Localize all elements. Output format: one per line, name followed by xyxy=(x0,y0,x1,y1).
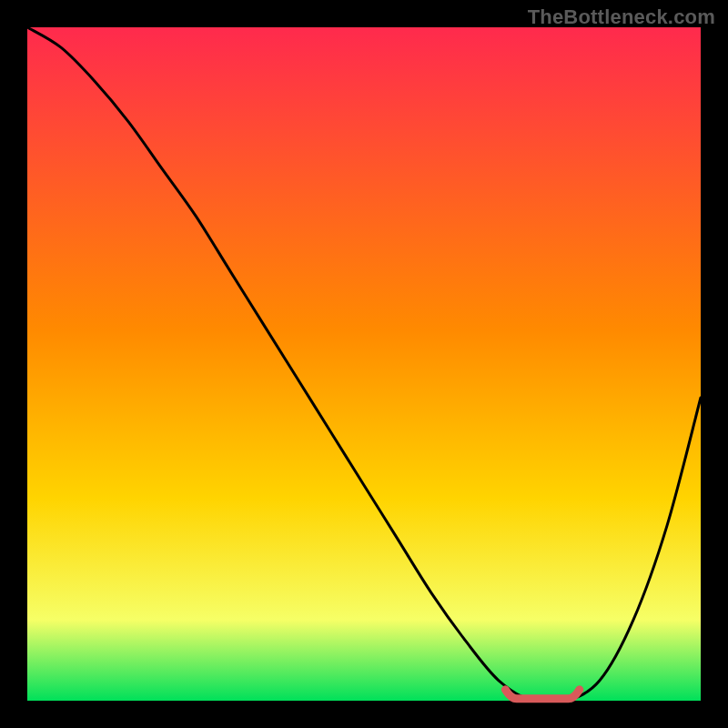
chart-frame: { "watermark": "TheBottleneck.com", "col… xyxy=(0,0,728,728)
bottleneck-chart xyxy=(0,0,728,728)
plot-background xyxy=(27,27,701,701)
